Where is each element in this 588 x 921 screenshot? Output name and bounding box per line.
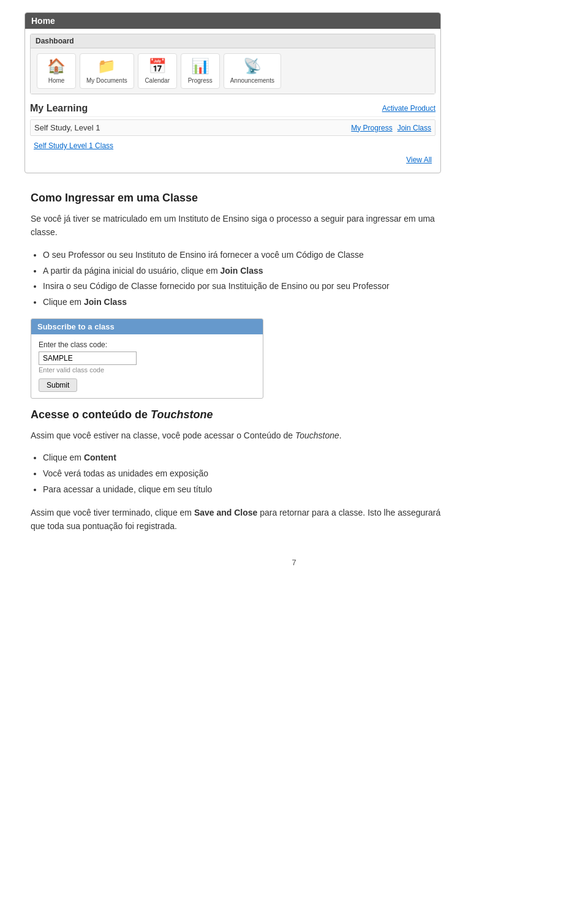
home-title-bar: Home <box>25 13 440 29</box>
join-class-link[interactable]: Join Class <box>398 124 431 132</box>
dashboard-area: Dashboard 🏠Home📁My Documents📅Calendar📊Pr… <box>30 34 435 94</box>
learning-row-links: My Progress Join Class <box>351 124 431 132</box>
calendar-icon: 📅 <box>148 58 167 75</box>
bullet-1-item-1: A partir da página inicial do usuário, c… <box>43 264 447 279</box>
page-number: 7 <box>292 558 296 567</box>
heading-acesse-text: Acesse o conteúdo de Touchstone <box>31 408 213 421</box>
dashboard-icons-row: 🏠Home📁My Documents📅Calendar📊Progress📡Ann… <box>31 48 435 94</box>
subscribe-box: Subscribe to a class Enter the class cod… <box>31 318 263 399</box>
dashboard-icon-label-announcements: Announcements <box>230 77 274 85</box>
home-icon: 🏠 <box>47 58 66 75</box>
bullet-2-item-2: Para acessar a unidade, clique em seu tí… <box>43 483 447 497</box>
my-learning-section: My Learning Activate Product Self Study,… <box>30 99 435 168</box>
dashboard-icon-label-documents: My Documents <box>86 77 127 85</box>
my-progress-link[interactable]: My Progress <box>351 124 392 132</box>
view-all-row: View All <box>30 152 435 168</box>
para-ingressar: Se você já tiver se matriculado em um In… <box>31 212 447 239</box>
subscribe-body: Enter the class code: Enter valid class … <box>31 334 263 398</box>
my-learning-title: My Learning <box>30 103 88 114</box>
bullet-1-item-2: Insira o seu Código de Classe fornecido … <box>43 279 447 294</box>
submit-button[interactable]: Submit <box>39 378 77 392</box>
bullet-2-item-1: Você verá todas as unidades em exposição <box>43 467 447 481</box>
bullet-list-1: O seu Professor ou seu Instituto de Ensi… <box>43 248 447 310</box>
subscribe-hint: Enter valid class code <box>39 366 255 374</box>
bullet-1-item-0: O seu Professor ou seu Instituto de Ensi… <box>43 248 447 263</box>
para-save-close-text: Assim que você tiver terminado, clique e… <box>31 508 440 531</box>
page-footer: 7 <box>24 558 564 567</box>
main-content: Como Ingressar em uma Classe Se você já … <box>24 192 453 533</box>
bullet-list-2: Clique em ContentVocê verá todas as unid… <box>43 451 447 497</box>
dashboard-label: Dashboard <box>31 34 435 48</box>
para-touchstone: Assim que você estiver na classe, você p… <box>31 429 447 442</box>
heading-acesse-conteudo: Acesse o conteúdo de Touchstone <box>31 408 447 421</box>
dashboard-icon-label-home: Home <box>48 77 65 85</box>
documents-icon: 📁 <box>97 58 116 75</box>
heading-como-ingressar: Como Ingressar em uma Classe <box>31 192 447 205</box>
dashboard-icon-calendar[interactable]: 📅Calendar <box>138 53 177 89</box>
dashboard-icon-label-progress: Progress <box>188 77 213 85</box>
dashboard-icon-label-calendar: Calendar <box>145 77 170 85</box>
announcements-icon: 📡 <box>243 58 262 75</box>
bullet-1-item-3: Clique em Join Class <box>43 295 447 310</box>
dashboard-icon-announcements[interactable]: 📡Announcements <box>224 53 281 89</box>
bullet-2-item-0: Clique em Content <box>43 451 447 465</box>
activate-product-link[interactable]: Activate Product <box>382 104 435 113</box>
learning-row-title: Self Study, Level 1 <box>34 123 100 132</box>
dashboard-icon-documents[interactable]: 📁My Documents <box>80 53 134 89</box>
dashboard-icon-progress[interactable]: 📊Progress <box>181 53 220 89</box>
subscribe-title-bar: Subscribe to a class <box>31 319 263 334</box>
home-title: Home <box>31 16 55 26</box>
screenshot-mockup: Home Dashboard 🏠Home📁My Documents📅Calend… <box>24 12 441 173</box>
learning-row: Self Study, Level 1 My Progress Join Cla… <box>30 119 435 136</box>
class-code-input[interactable] <box>39 351 137 365</box>
para-save-close: Assim que você tiver terminado, clique e… <box>31 506 447 533</box>
progress-icon: 📊 <box>191 58 209 75</box>
sub-link-row: Self Study Level 1 Class <box>30 138 435 152</box>
para-touchstone-text: Assim que você estiver na classe, você p… <box>31 430 342 440</box>
subscribe-label: Enter the class code: <box>39 340 255 349</box>
dashboard-icon-home[interactable]: 🏠Home <box>37 53 76 89</box>
view-all-link[interactable]: View All <box>406 156 432 164</box>
my-learning-header: My Learning Activate Product <box>30 99 435 117</box>
self-study-class-link[interactable]: Self Study Level 1 Class <box>34 141 113 150</box>
